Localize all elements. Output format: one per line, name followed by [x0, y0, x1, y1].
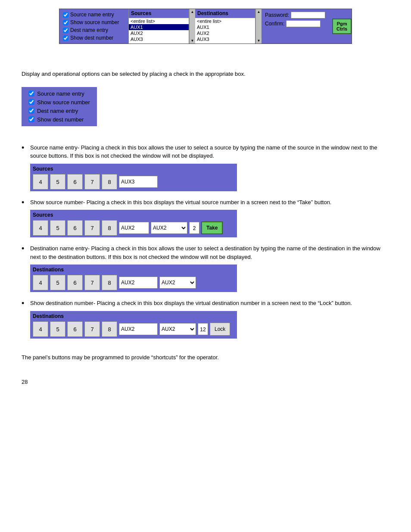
destinations-scrollbar[interactable]: ▲ ▼	[255, 9, 262, 44]
source-name-entry-label: Source name entry	[70, 12, 114, 18]
pgm-ctrls-button[interactable]: PgmCtrls	[332, 19, 352, 34]
sources-entire[interactable]: <entire list>	[129, 18, 189, 24]
opt-show-source-text: Show source number	[37, 99, 90, 106]
opt-dest-name-checkbox[interactable]	[28, 108, 34, 114]
sources-aux3[interactable]: AUX3	[129, 36, 189, 42]
source-name-input-1[interactable]	[119, 176, 158, 188]
btn-4-1[interactable]: 4	[33, 174, 48, 190]
opt-source-name-checkbox[interactable]	[28, 90, 34, 96]
btn-4-4[interactable]: 4	[33, 321, 48, 337]
opt-source-name-text: Source name entry	[37, 90, 84, 97]
destinations-label-4: Destinations	[33, 313, 234, 320]
sources-list-col: Sources <entire list> AUX1 AUX2 AUX3	[129, 9, 189, 44]
dest-dropdown-3[interactable]: AUX2	[159, 277, 196, 289]
opt-show-dest-label[interactable]: Show dest number	[28, 116, 90, 123]
take-button-2[interactable]: Take	[201, 221, 223, 234]
sources-panel-1: Sources 4 5 6 7 8	[30, 164, 237, 191]
sources-label-1: Sources	[33, 165, 234, 172]
opt-show-source-checkbox[interactable]	[28, 99, 34, 105]
opt-show-source-label[interactable]: Show source number	[28, 99, 90, 106]
top-panel-section: Source name entry Show source number Des…	[17, 9, 394, 57]
btn-8-1[interactable]: 8	[102, 174, 117, 190]
destinations-panel-3: Destinations 4 5 6 7 8 AUX2	[30, 264, 237, 292]
dest-dropdown-4[interactable]: AUX2	[159, 323, 196, 335]
dest-name-input-4[interactable]	[119, 323, 158, 335]
bullet-text-1: Source name entry- Placing a check in th…	[30, 143, 389, 160]
show-source-number-checkbox[interactable]	[63, 20, 68, 25]
show-dest-number-checkbox[interactable]	[63, 35, 68, 41]
password-label: Password:	[265, 12, 289, 18]
panel-lists: Sources <entire list> AUX1 AUX2 AUX3 ▲ ▼…	[128, 9, 262, 44]
destinations-label-3: Destinations	[33, 266, 234, 273]
footer-text: The panel’s buttons may be programmed to…	[22, 353, 389, 362]
btn-6-4[interactable]: 6	[67, 321, 83, 337]
sources-listbox[interactable]: <entire list> AUX1 AUX2 AUX3	[129, 18, 189, 44]
sources-header: Sources	[129, 9, 189, 18]
source-dropdown-2[interactable]: AUX2	[151, 222, 187, 234]
opt-dest-name-label[interactable]: Dest name entry	[28, 108, 90, 114]
main-content: Display and operational options can be s…	[17, 70, 394, 385]
bullet-content-3: Destination name entry- Placing a check …	[30, 244, 389, 294]
destinations-aux2[interactable]: AUX2	[195, 30, 255, 36]
show-source-number-label: Show source number	[70, 19, 119, 25]
scroll-up-arrow[interactable]: ▲	[190, 9, 195, 15]
bullet-source-name: • Source name entry- Placing a check in …	[22, 143, 389, 193]
btn-5-4[interactable]: 5	[50, 321, 65, 337]
bullet-dot-3: •	[22, 244, 30, 294]
opt-source-name-label[interactable]: Source name entry	[28, 90, 90, 97]
destinations-panel-4: Destinations 4 5 6 7 8 AUX2 12 Lock	[30, 311, 237, 339]
btn-5-3[interactable]: 5	[50, 275, 65, 290]
dest-name-input-3[interactable]	[119, 277, 158, 289]
btn-5-1[interactable]: 5	[50, 174, 65, 190]
password-input[interactable]	[291, 12, 325, 19]
panel-row-1: 4 5 6 7 8	[33, 174, 234, 190]
description-text: Display and operational options can be s…	[22, 70, 389, 78]
btn-4-3[interactable]: 4	[33, 275, 48, 290]
btn-4-2[interactable]: 4	[33, 220, 48, 236]
btn-6-3[interactable]: 6	[67, 275, 83, 290]
bullet-text-4: Show destination number- Placing a check…	[30, 299, 352, 308]
btn-7-3[interactable]: 7	[84, 275, 100, 290]
btn-6-2[interactable]: 6	[67, 220, 83, 236]
source-name-entry-checkbox[interactable]	[63, 12, 68, 18]
sources-aux2[interactable]: AUX2	[129, 30, 189, 36]
sources-aux1[interactable]: AUX1	[129, 24, 189, 30]
destinations-aux1[interactable]: AUX1	[195, 24, 255, 30]
source-name-entry-check-label[interactable]: Source name entry	[63, 12, 125, 18]
scroll-down-arrow[interactable]: ▼	[190, 38, 195, 44]
btn-7-2[interactable]: 7	[84, 220, 100, 236]
confirm-input[interactable]	[286, 20, 321, 27]
show-source-number-check-label[interactable]: Show source number	[63, 19, 125, 25]
sources-scrollbar[interactable]: ▲ ▼	[189, 9, 195, 44]
dest-scroll-up[interactable]: ▲	[256, 9, 262, 15]
dest-scroll-down[interactable]: ▼	[256, 38, 262, 44]
bullet-dot-1: •	[22, 143, 30, 193]
btn-5-2[interactable]: 5	[50, 220, 65, 236]
bullet-show-dest: • Show destination number- Placing a che…	[22, 299, 389, 340]
destinations-listbox[interactable]: <entire list> AUX1 AUX2 AUX3	[195, 18, 255, 44]
btn-8-4[interactable]: 8	[102, 321, 117, 337]
btn-7-1[interactable]: 7	[84, 174, 100, 190]
destinations-aux3[interactable]: AUX3	[195, 36, 255, 42]
source-name-input-2[interactable]	[119, 222, 149, 234]
options-panel: Source name entry Show source number Des…	[22, 87, 97, 126]
destinations-entire[interactable]: <entire list>	[195, 18, 255, 24]
confirm-label: Confirm:	[265, 21, 284, 27]
bullet-content-1: Source name entry- Placing a check in th…	[30, 143, 389, 193]
bullet-text-2: Show source number- Placing a check in t…	[30, 198, 331, 207]
bullet-text-3: Destination name entry- Placing a check …	[30, 244, 389, 261]
virtual-num-4: 12	[198, 323, 208, 335]
virtual-num-2: 2	[189, 222, 199, 234]
top-panel: Source name entry Show source number Des…	[59, 9, 352, 44]
btn-8-2[interactable]: 8	[102, 220, 117, 236]
opt-show-dest-checkbox[interactable]	[28, 116, 34, 122]
show-dest-number-check-label[interactable]: Show dest number	[63, 35, 125, 41]
btn-8-3[interactable]: 8	[102, 275, 117, 290]
lock-button-4[interactable]: Lock	[210, 323, 230, 336]
bullet-content-4: Show destination number- Placing a check…	[30, 299, 352, 340]
opt-dest-name-text: Dest name entry	[37, 108, 78, 114]
btn-6-1[interactable]: 6	[67, 174, 83, 190]
dest-name-entry-check-label[interactable]: Dest name entry	[63, 27, 125, 33]
btn-7-4[interactable]: 7	[84, 321, 100, 337]
dest-name-entry-checkbox[interactable]	[63, 28, 68, 33]
